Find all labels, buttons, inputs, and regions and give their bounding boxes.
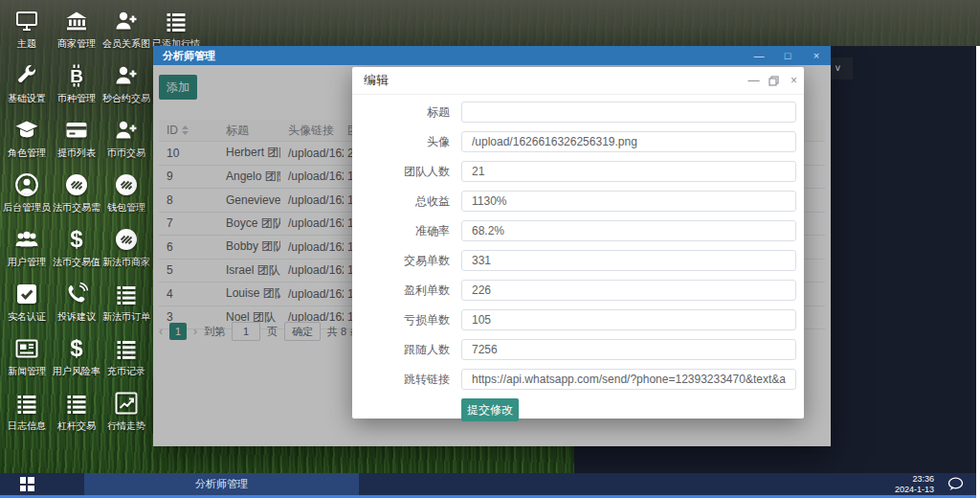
desktop-icon-25[interactable]: 行情走势: [101, 386, 151, 441]
desktop-icon-label: 充币记录: [107, 365, 145, 378]
window-title: 分析师管理: [153, 49, 745, 63]
modal-close-button[interactable]: ×: [784, 67, 804, 94]
dollar-icon: $: [64, 335, 89, 362]
list-icon: [114, 281, 139, 307]
desktop-icon-label: 币币交易: [107, 147, 145, 160]
desktop-icon-3[interactable]: 会员关系图: [101, 4, 151, 58]
modal-field-10: 跳转链接: [352, 369, 804, 390]
edit-modal: 编辑 — × 标题头像团队人数总收益准确率交易单数盈利单数亏损单数跟随人数跳转链…: [352, 67, 804, 419]
field-label: 交易单数: [352, 253, 450, 269]
modal-field-1: 标题: [352, 102, 804, 123]
desktop-icon-label: 法币交易需: [53, 201, 100, 215]
desktop-icon-label: 法币交易值: [53, 256, 100, 269]
desktop-icon-1[interactable]: 主题: [2, 4, 52, 58]
taskbar: 分析师管理 23:36 2024-1-13: [0, 473, 976, 495]
field-label: 标题: [352, 104, 450, 121]
modal-field-9: 跟随人数: [352, 339, 804, 360]
chat-bubble-button[interactable]: [942, 477, 976, 491]
desktop-icon-label: 新法币订单: [102, 310, 150, 324]
desktop-icon-6[interactable]: B币种管理: [52, 58, 101, 113]
field-label: 总收益: [352, 193, 450, 210]
desktop-icon-21[interactable]: $用户风险率: [52, 331, 101, 386]
field-input-10[interactable]: [461, 369, 796, 390]
restore-icon: [768, 76, 779, 86]
desktop-wallpaper: 主题商家管理会员关系图已添加行情基础设置B币种管理秒合约交易角色管理提币列表币币…: [0, 0, 980, 498]
start-button[interactable]: [0, 477, 54, 491]
check-square-icon: [14, 281, 39, 307]
user-circle-icon: [14, 171, 39, 198]
window-close-button[interactable]: ×: [802, 46, 831, 65]
newspaper-icon: [14, 335, 39, 362]
field-input-2[interactable]: [461, 131, 796, 152]
desktop-icon-label: 主题: [17, 37, 36, 51]
desktop-icon-22[interactable]: 充币记录: [101, 331, 151, 386]
field-input-8[interactable]: [461, 309, 796, 330]
taskbar-item-analyst-management[interactable]: 分析师管理: [84, 473, 359, 495]
field-label: 盈利单数: [352, 283, 450, 299]
phone-icon: [64, 281, 89, 307]
field-label: 跳转链接: [352, 372, 450, 388]
window-minimize-button[interactable]: —: [745, 46, 773, 65]
monitor-icon: [14, 8, 39, 34]
dollar-icon: $: [64, 226, 89, 253]
desktop-icon-2[interactable]: 商家管理: [52, 4, 101, 58]
user-plus-icon: [114, 8, 139, 34]
chart-line-icon: [114, 390, 139, 417]
desktop-icon-8[interactable]: 角色管理: [2, 113, 52, 168]
desktop-icon-12[interactable]: 法币交易需: [52, 168, 101, 222]
svg-text:$: $: [70, 336, 83, 361]
desktop-icon-10[interactable]: 币币交易: [101, 113, 151, 168]
desktop-icon-13[interactable]: 钱包管理: [101, 168, 151, 222]
desktop-icon-19[interactable]: 新法币订单: [101, 277, 151, 331]
desktop-icon-label: 商家管理: [57, 37, 96, 51]
users-icon: [14, 226, 39, 253]
modal-restore-button[interactable]: [764, 67, 784, 94]
desktop-icon-9[interactable]: 提币列表: [52, 113, 101, 168]
desktop-icon-16[interactable]: 新法币商家: [101, 222, 151, 277]
analyst-management-window: 分析师管理 — □ × 添加 ID 标题头像链接团队人数10Herbert 团队…: [153, 46, 831, 446]
modal-field-3: 团队人数: [352, 161, 804, 182]
desktop-icon-7[interactable]: 秒合约交易: [101, 58, 151, 113]
modal-field-6: 交易单数: [352, 250, 804, 271]
desktop-icon-17[interactable]: 实名认证: [2, 277, 52, 331]
desktop-icon-14[interactable]: 用户管理: [2, 222, 52, 277]
desktop-icon-18[interactable]: 投诉建议: [52, 277, 101, 331]
clock-date: 2024-1-13: [895, 485, 934, 494]
modal-field-4: 总收益: [352, 191, 804, 212]
modal-minimize-button[interactable]: —: [744, 67, 764, 94]
list-icon: [14, 390, 39, 417]
desktop-icon-label: 用户风险率: [53, 365, 100, 378]
modal-field-5: 准确率: [352, 220, 804, 241]
screen-edge-strip: [976, 46, 980, 498]
coin-icon: [114, 171, 139, 198]
list-icon: [114, 335, 139, 362]
field-input-4[interactable]: [461, 191, 796, 212]
field-input-9[interactable]: [461, 339, 796, 360]
desktop-icon-15[interactable]: $法币交易值: [52, 222, 101, 277]
modal-header[interactable]: 编辑 — ×: [352, 67, 804, 95]
taskbar-clock[interactable]: 23:36 2024-1-13: [895, 474, 942, 495]
modal-field-2: 头像: [352, 131, 804, 152]
field-label: 头像: [352, 134, 450, 150]
field-input-1[interactable]: [461, 102, 796, 123]
desktop-icon-label: 投诉建议: [57, 310, 96, 324]
field-input-3[interactable]: [461, 161, 796, 182]
submit-button[interactable]: 提交修改: [461, 398, 519, 421]
desktop-icon-23[interactable]: 日志信息: [2, 386, 52, 441]
desktop-icon-11[interactable]: 后台管理员: [2, 168, 52, 222]
desktop-icon-24[interactable]: 杠杆交易: [52, 386, 101, 441]
desktop-icon-20[interactable]: 新闻管理: [2, 331, 52, 386]
desktop-icon-label: 角色管理: [8, 147, 46, 160]
field-label: 准确率: [352, 223, 450, 239]
window-maximize-button[interactable]: □: [773, 46, 802, 65]
field-input-6[interactable]: [461, 250, 796, 271]
field-input-7[interactable]: [461, 280, 796, 301]
bank-icon: [64, 8, 89, 34]
desktop-icon-label: 杠杆交易: [57, 419, 96, 433]
desktop-icon-label: 行情走势: [107, 419, 145, 433]
desktop-icon-5[interactable]: 基础设置: [2, 58, 52, 113]
window-titlebar[interactable]: 分析师管理 — □ ×: [153, 46, 831, 65]
chevron-down-icon: ˅: [835, 63, 841, 74]
field-input-5[interactable]: [461, 220, 796, 241]
clock-time: 23:36: [912, 474, 934, 484]
